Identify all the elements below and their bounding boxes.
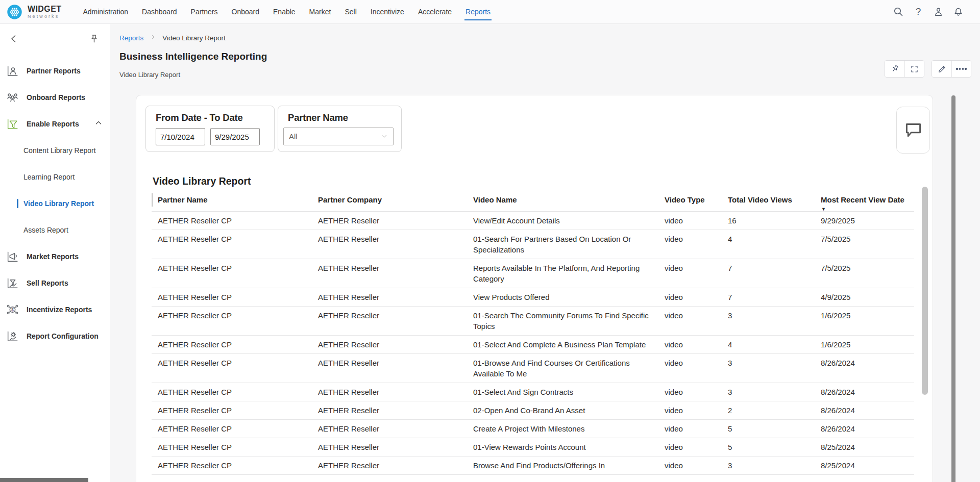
table-row[interactable]: AETHER Reseller CPAETHER ResellerReports… — [152, 259, 914, 288]
table-cell: 9/29/2025 — [815, 212, 914, 230]
back-icon[interactable] — [7, 32, 20, 45]
table-cell: 01-Search For Partners Based On Location… — [467, 230, 658, 259]
chevron-up-icon[interactable] — [94, 119, 103, 129]
page-scrollbar[interactable] — [951, 95, 955, 482]
partner-name-select[interactable]: All — [283, 128, 394, 145]
market-reports-icon — [6, 250, 19, 264]
sidebar-item-enable-reports[interactable]: Enable Reports — [0, 111, 110, 137]
table-cell: AETHER Reseller CP — [152, 456, 312, 475]
table-cell: AETHER Reseller — [312, 259, 467, 288]
comment-button[interactable] — [896, 107, 930, 154]
help-icon[interactable]: ? — [912, 5, 925, 18]
nav-item-reports[interactable]: Reports — [465, 8, 491, 16]
table-cell: AETHER Reseller CP — [152, 230, 312, 259]
sidebar-item-onboard-reports[interactable]: Onboard Reports — [0, 84, 110, 111]
sidebar-item-report-configuration[interactable]: Report Configuration — [0, 323, 110, 349]
table-cell: 3 — [722, 456, 815, 475]
nav-item-administration[interactable]: Administration — [83, 8, 128, 16]
more-icon[interactable] — [951, 61, 971, 77]
column-header-total-video-views[interactable]: Total Video Views — [722, 190, 815, 212]
sidebar-item-label: Partner Reports — [27, 67, 81, 75]
table-cell: AETHER Reseller — [312, 456, 467, 475]
table-cell: AETHER Reseller CP — [152, 336, 312, 354]
table-cell: AETHER Reseller CP — [152, 354, 312, 383]
pin-report-button[interactable] — [885, 61, 904, 77]
table-cell: 1/6/2025 — [815, 307, 914, 336]
notifications-icon[interactable] — [951, 5, 965, 18]
sidebar-nav: Partner ReportsOnboard ReportsEnable Rep… — [0, 58, 110, 349]
table-scrollbar[interactable] — [922, 187, 928, 395]
enable-reports-icon — [6, 117, 19, 131]
sidebar-item-incentivize-reports[interactable]: $Incentivize Reports — [0, 296, 110, 323]
from-date-input[interactable]: 7/10/2024 — [156, 128, 205, 145]
sidebar-item-market-reports[interactable]: Market Reports — [0, 243, 110, 270]
table-cell: AETHER Reseller CP — [152, 401, 312, 420]
pin-icon[interactable] — [87, 32, 101, 45]
table-cell: video — [658, 230, 722, 259]
column-header-video-type[interactable]: Video Type — [658, 190, 722, 212]
table-cell: Create A Project With Milestones — [467, 420, 658, 438]
table-row[interactable]: AETHER Reseller CPAETHER Reseller01-Sear… — [152, 230, 914, 259]
table-cell: 3 — [722, 354, 815, 383]
table-row[interactable]: AETHER Reseller CPAETHER ResellerView Pr… — [152, 288, 914, 307]
table-cell: video — [658, 354, 722, 383]
sidebar-item-partner-reports[interactable]: Partner Reports — [0, 58, 110, 84]
table-row[interactable]: AETHER Reseller CPAETHER ResellerBrowse … — [152, 456, 914, 475]
nav-item-incentivize[interactable]: Incentivize — [371, 8, 404, 16]
column-header-partner-company[interactable]: Partner Company — [312, 190, 467, 212]
edit-icon[interactable] — [932, 61, 951, 77]
toolbar-group-edit — [932, 60, 971, 78]
user-icon[interactable] — [932, 5, 945, 18]
column-header-partner-name[interactable]: Partner Name — [152, 190, 312, 212]
sidebar-item-label: Incentivize Reports — [27, 306, 92, 314]
table-cell: video — [658, 307, 722, 336]
breadcrumb-reports-link[interactable]: Reports — [119, 34, 143, 42]
search-icon[interactable] — [892, 5, 905, 18]
partner-name-filter: Partner Name All — [278, 106, 402, 152]
nav-item-enable[interactable]: Enable — [273, 8, 296, 16]
table-row[interactable]: AETHER Reseller CPAETHER Reseller01-Sear… — [152, 307, 914, 336]
table-cell: video — [658, 259, 722, 288]
sidebar-item-sell-reports[interactable]: Sell Reports — [0, 270, 110, 296]
sidebar-subitem-video-library-report[interactable]: Video Library Report — [0, 190, 110, 217]
nav-item-sell[interactable]: Sell — [345, 8, 356, 16]
page-title: Business Intelligence Reporting — [119, 51, 267, 62]
sidebar-bottom-strip — [0, 478, 88, 482]
sidebar-subitem-content-library-report[interactable]: Content Library Report — [0, 137, 110, 164]
to-date-input[interactable]: 9/29/2025 — [210, 128, 260, 145]
nav-item-accelerate[interactable]: Accelerate — [418, 8, 452, 16]
column-header-most-recent-view-date[interactable]: Most Recent View Date▼ — [815, 190, 914, 212]
table-row[interactable]: AETHER Reseller CPAETHER Reseller01-View… — [152, 438, 914, 456]
table-cell: 01-Select And Sign Contracts — [467, 383, 658, 401]
table-row[interactable]: AETHER Reseller CPAETHER Reseller02-Open… — [152, 401, 914, 420]
fullscreen-button[interactable] — [904, 61, 924, 77]
table-body: AETHER Reseller CPAETHER ResellerView/Ed… — [152, 212, 914, 475]
table-cell: AETHER Reseller — [312, 401, 467, 420]
report-configuration-icon — [6, 329, 19, 343]
table-cell: AETHER Reseller — [312, 336, 467, 354]
column-header-video-name[interactable]: Video Name — [467, 190, 658, 212]
table-cell: 8/26/2024 — [815, 401, 914, 420]
table-cell: 16 — [722, 212, 815, 230]
brand-text: WIDGET Networks — [28, 5, 61, 19]
date-filter-label: From Date - To Date — [156, 112, 266, 123]
table-row[interactable]: AETHER Reseller CPAETHER ResellerView/Ed… — [152, 212, 914, 230]
table-cell: AETHER Reseller — [312, 354, 467, 383]
brand-logo[interactable]: WIDGET Networks — [6, 4, 61, 20]
table-cell: AETHER Reseller — [312, 307, 467, 336]
nav-item-partners[interactable]: Partners — [191, 8, 218, 16]
table-row[interactable]: AETHER Reseller CPAETHER Reseller01-Brow… — [152, 354, 914, 383]
table-cell: 7 — [722, 288, 815, 307]
table-row[interactable]: AETHER Reseller CPAETHER Reseller01-Sele… — [152, 383, 914, 401]
table-row[interactable]: AETHER Reseller CPAETHER ResellerCreate … — [152, 420, 914, 438]
nav-item-market[interactable]: Market — [309, 8, 331, 16]
table-cell: AETHER Reseller — [312, 420, 467, 438]
sidebar-subitem-learning-report[interactable]: Learning Report — [0, 164, 110, 190]
nav-item-dashboard[interactable]: Dashboard — [142, 8, 177, 16]
table-cell: 8/25/2024 — [815, 438, 914, 456]
table-row[interactable]: AETHER Reseller CPAETHER Reseller01-Sele… — [152, 336, 914, 354]
sidebar-subitem-assets-report[interactable]: Assets Report — [0, 217, 110, 243]
nav-item-onboard[interactable]: Onboard — [232, 8, 259, 16]
table-cell: AETHER Reseller CP — [152, 438, 312, 456]
sort-descending-icon: ▼ — [821, 207, 826, 212]
